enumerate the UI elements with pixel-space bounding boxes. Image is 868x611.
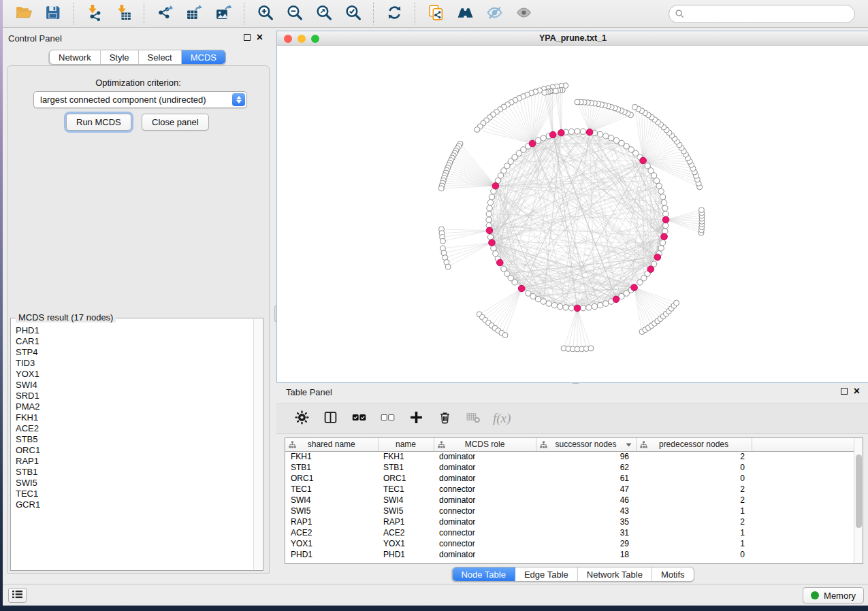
table-cell[interactable]: YOX1 (285, 538, 378, 549)
mcds-result-item[interactable]: TID3 (12, 358, 253, 369)
table-cell[interactable]: TEC1 (378, 484, 434, 495)
export-network-button[interactable] (155, 4, 174, 23)
dominator-node[interactable] (549, 131, 556, 138)
close-panel-button[interactable]: Close panel (142, 114, 209, 131)
table-cell[interactable]: 47 (536, 484, 636, 495)
mcds-result-item[interactable]: TEC1 (12, 489, 253, 499)
zoom-fit-button[interactable] (314, 4, 333, 23)
table-cell[interactable]: dominator (434, 516, 536, 527)
network-node[interactable] (440, 238, 445, 244)
table-cell[interactable]: PHD1 (378, 549, 434, 560)
dominator-node[interactable] (654, 254, 661, 261)
settings-button[interactable] (293, 410, 310, 427)
network-node[interactable] (632, 104, 637, 110)
scrollbar-thumb[interactable] (856, 455, 862, 528)
table-row[interactable]: ACE2ACE2connector311 (285, 527, 863, 538)
network-node[interactable] (568, 306, 574, 311)
table-row[interactable]: TEC1TEC1connector472 (285, 484, 863, 495)
network-node[interactable] (486, 217, 492, 222)
network-node[interactable] (438, 186, 444, 191)
network-node[interactable] (656, 183, 662, 188)
network-node[interactable] (658, 188, 664, 194)
mcds-result-item[interactable]: FKH1 (12, 412, 253, 423)
network-node[interactable] (563, 305, 568, 310)
dominator-node[interactable] (529, 140, 536, 147)
table-row[interactable]: FKH1FKH1dominator962 (285, 451, 863, 462)
network-node[interactable] (580, 306, 585, 311)
network-node[interactable] (592, 303, 597, 309)
network-node[interactable] (487, 205, 492, 211)
open-file-button[interactable] (14, 4, 33, 23)
table-cell[interactable]: TEC1 (285, 484, 378, 495)
float-panel-icon[interactable] (841, 388, 848, 395)
network-node[interactable] (603, 301, 609, 306)
optimization-criterion-select[interactable]: largest connected component (undirected) (33, 91, 247, 108)
network-node[interactable] (542, 90, 547, 95)
table-cell[interactable]: connector (434, 506, 536, 516)
network-node[interactable] (660, 194, 665, 199)
network-node[interactable] (568, 129, 574, 134)
network-node[interactable] (674, 300, 679, 306)
import-table-button[interactable] (114, 4, 133, 23)
table-scrollbar[interactable] (854, 438, 863, 563)
export-image-button[interactable] (214, 4, 233, 23)
dominator-node[interactable] (574, 305, 581, 312)
table-cell[interactable]: ORC1 (285, 473, 378, 484)
tab-mcds[interactable]: MCDS (182, 50, 225, 64)
table-cell[interactable]: dominator (434, 462, 536, 473)
dominator-node[interactable] (486, 227, 493, 234)
table-row[interactable]: RAP1RAP1dominator352 (285, 516, 863, 527)
dominator-node[interactable] (640, 157, 647, 164)
network-node[interactable] (502, 333, 508, 338)
mcds-result-item[interactable]: ACE2 (12, 423, 253, 434)
mcds-result-item[interactable]: STP4 (12, 347, 253, 358)
table-cell[interactable]: 29 (536, 538, 636, 549)
table-row[interactable]: SWI4SWI4dominator462 (285, 495, 863, 506)
table-cell[interactable]: dominator (434, 495, 536, 506)
table-cell[interactable]: dominator (434, 451, 536, 462)
status-list-button[interactable] (8, 588, 27, 603)
column-header-name[interactable]: name (378, 438, 434, 451)
mcds-list-scrollbar[interactable] (253, 319, 262, 569)
zoom-out-button[interactable] (285, 4, 304, 23)
run-mcds-button[interactable]: Run MCDS (66, 114, 131, 131)
network-node[interactable] (557, 303, 562, 309)
table-cell[interactable]: YOX1 (378, 538, 434, 549)
table-cell[interactable]: ACE2 (378, 527, 434, 538)
mcds-result-item[interactable]: GCR1 (12, 499, 253, 510)
table-row[interactable]: SWI5SWI5connector431 (285, 506, 863, 516)
table-cell[interactable]: 2 (636, 495, 752, 506)
network-node[interactable] (658, 246, 664, 251)
table-cell[interactable]: connector (434, 538, 536, 549)
table-cell[interactable]: 96 (536, 451, 636, 462)
deselect-all-button[interactable] (379, 410, 396, 427)
table-cell[interactable]: SWI5 (285, 506, 378, 516)
network-node[interactable] (662, 205, 668, 211)
network-node[interactable] (553, 88, 558, 94)
tab-node-table[interactable]: Node Table (452, 567, 515, 581)
table-cell[interactable]: ORC1 (378, 473, 434, 484)
close-panel-icon[interactable]: × (854, 388, 860, 395)
table-cell[interactable]: 2 (636, 451, 752, 462)
table-cell[interactable]: 0 (636, 473, 752, 484)
network-node[interactable] (575, 99, 580, 105)
table-cell[interactable]: RAP1 (378, 516, 434, 527)
network-node[interactable] (597, 131, 602, 137)
search-input[interactable] (669, 5, 855, 23)
network-node[interactable] (603, 133, 609, 139)
network-node[interactable] (586, 305, 592, 310)
save-button[interactable] (43, 4, 62, 23)
dominator-node[interactable] (518, 285, 525, 292)
mcds-result-item[interactable]: PHD1 (12, 325, 253, 336)
show-hidden-button[interactable] (514, 4, 533, 23)
binoculars-button[interactable] (455, 4, 475, 23)
dominator-node[interactable] (489, 240, 496, 246)
network-node[interactable] (489, 194, 494, 199)
dominator-node[interactable] (647, 266, 654, 273)
column-header-successor-nodes[interactable]: successor nodes (536, 438, 636, 451)
dominator-node[interactable] (586, 129, 593, 135)
table-cell[interactable]: 1 (636, 506, 752, 516)
mcds-result-list[interactable]: PHD1CAR1STP4TID3YOX1SWI4SRD1PMA2FKH1ACE2… (12, 323, 253, 569)
memory-button[interactable]: Memory (803, 587, 864, 604)
network-node[interactable] (486, 211, 492, 216)
